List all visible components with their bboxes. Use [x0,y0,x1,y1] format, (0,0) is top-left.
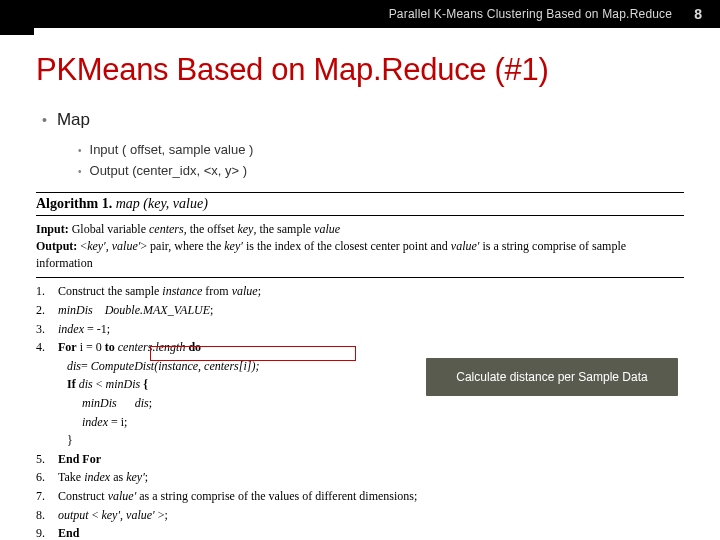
algorithm-io: Input: Global variable centers, the offs… [36,216,684,278]
black-stub [0,28,34,35]
bullet-map-label: Map [57,110,90,130]
header-subtitle: Parallel K-Means Clustering Based on Map… [389,7,673,21]
bullet-dot-icon: • [42,112,47,128]
bullet-output-label: Output (center_idx, <x, y> ) [90,163,248,178]
algorithm-steps: 1.Construct the sample instance from val… [36,278,684,540]
bullet-input-label: Input ( offset, sample value ) [90,142,254,157]
bullet-level1: • Map [42,110,720,130]
top-bar: Parallel K-Means Clustering Based on Map… [0,0,720,28]
bullet-dot-icon: • [78,145,82,156]
callout-box: Calculate distance per Sample Data [426,358,678,396]
algorithm-header: Algorithm 1. map (key, value) [36,192,684,216]
slide-title: PKMeans Based on Map.Reduce (#1) [36,52,720,88]
bullet-level2: • Input ( offset, sample value ) [78,142,720,157]
bullet-dot-icon: • [78,166,82,177]
callout-text: Calculate distance per Sample Data [456,370,647,384]
bullet-level2: • Output (center_idx, <x, y> ) [78,163,720,178]
slide-number: 8 [694,6,702,22]
